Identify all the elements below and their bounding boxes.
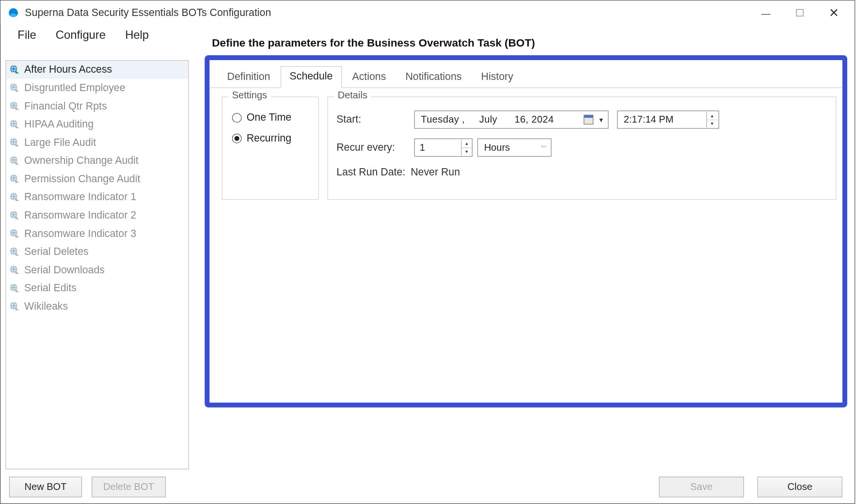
menu-help[interactable]: Help [117,27,158,43]
radio-icon [232,134,242,143]
bot-list-item-label: Ransomware Indicator 1 [24,191,136,204]
bot-list-item-label: Serial Deletes [24,246,89,258]
close-button[interactable]: Close [757,477,842,498]
settings-legend: Settings [228,90,270,101]
bot-list-item-label: Disgruntled Employee [24,82,125,94]
app-logo-icon [7,6,20,20]
bot-list-item[interactable]: Ransomware Indicator 1 [6,188,189,206]
bot-list-item-label: Serial Edits [24,283,77,295]
chevron-down-icon: ﹀ [541,143,547,152]
radio-one-time-label: One Time [247,112,291,124]
recur-spinner[interactable]: ▲▼ [461,140,472,156]
bot-list-item[interactable]: Disgruntled Employee [6,79,189,97]
bot-list-item-label: HIPAA Auditing [24,118,94,130]
globe-arrow-icon [9,118,21,130]
lastrun-label: Last Run Date: [336,166,405,178]
globe-arrow-icon [9,155,21,167]
bot-list-item[interactable]: Large File Audit [6,134,189,152]
radio-recurring[interactable]: Recurring [232,132,310,144]
time-spinner[interactable]: ▲▼ [706,112,717,128]
bot-list-item[interactable]: Ransomware Indicator 3 [6,225,189,243]
globe-arrow-icon [9,137,21,149]
chevron-down-icon: ▼ [598,116,604,123]
globe-arrow-icon [9,191,21,204]
start-time-value: 2:17:14 PM [624,114,674,126]
start-date-value: Tuesday , July 16, 2024 [421,114,554,126]
bot-list-item-label: Ownership Change Audit [24,155,139,167]
minimize-button[interactable]: — [749,1,783,25]
close-window-button[interactable]: ✕ [817,1,851,25]
bot-list-item-label: Ransomware Indicator 2 [24,209,136,221]
radio-one-time[interactable]: One Time [232,112,310,124]
globe-arrow-icon [9,173,21,185]
schedule-panel-highlight: Definition Schedule Actions Notification… [205,55,847,408]
bot-list-item[interactable]: Ownership Change Audit [6,152,189,170]
window-title: Superna Data Security Essentials BOTs Co… [25,7,271,19]
bot-list[interactable]: After Hours AccessDisgruntled EmployeeFi… [5,60,189,470]
recur-unit-value: Hours [484,142,510,153]
tab-notifications[interactable]: Notifications [396,67,471,88]
recur-value: 1 [420,142,425,153]
delete-bot-label: Delete BOT [103,482,154,493]
bot-list-item-label: Ransomware Indicator 3 [24,228,136,240]
bot-list-item[interactable]: Serial Downloads [6,261,189,280]
details-legend: Details [334,90,371,101]
bot-list-item[interactable]: Serial Deletes [6,243,189,261]
start-label: Start: [336,113,414,126]
menu-file[interactable]: File [9,27,45,43]
globe-arrow-icon [9,264,21,276]
bot-list-item[interactable]: Financial Qtr Rpts [6,97,189,115]
bot-list-item-label: Permission Change Audit [24,173,140,185]
calendar-icon [584,115,593,125]
delete-bot-button[interactable]: Delete BOT [92,477,165,498]
page-heading: Define the parameters for the Business O… [212,37,535,49]
new-bot-button[interactable]: New BOT [9,477,82,498]
tab-strip: Definition Schedule Actions Notification… [209,60,842,88]
bot-list-item-label: Financial Qtr Rpts [24,100,107,112]
tab-schedule[interactable]: Schedule [281,66,342,88]
bot-list-item[interactable]: After Hours Access [6,61,189,79]
details-group: Details Start: Tuesday , July 16, 2024 ▼… [327,96,836,200]
maximize-button[interactable] [783,1,817,25]
bot-list-item[interactable]: Serial Edits [6,279,189,298]
bot-list-item-label: Large File Audit [24,137,96,149]
bot-list-item[interactable]: Ransomware Indicator 2 [6,206,189,225]
lastrun-value: Never Run [411,166,460,178]
bot-list-item-label: Wikileaks [24,300,68,313]
bot-list-item-label: Serial Downloads [24,264,105,276]
globe-arrow-icon [9,246,21,258]
close-label: Close [788,482,812,493]
globe-arrow-icon [9,283,21,295]
globe-arrow-icon [9,300,21,313]
globe-arrow-icon [9,64,21,76]
start-date-picker[interactable]: Tuesday , July 16, 2024 ▼ [414,110,609,129]
bot-list-item[interactable]: Permission Change Audit [6,170,189,189]
radio-icon [232,113,242,123]
save-button[interactable]: Save [659,477,744,498]
globe-arrow-icon [9,228,21,240]
tab-actions[interactable]: Actions [343,67,395,88]
recur-unit-select[interactable]: Hours ﹀ [477,139,552,157]
settings-group: Settings One Time Recurring [222,96,318,200]
globe-arrow-icon [9,209,21,221]
new-bot-label: New BOT [25,482,67,493]
title-bar: Superna Data Security Essentials BOTs Co… [0,0,855,25]
globe-arrow-icon [9,100,21,112]
globe-arrow-icon [9,82,21,94]
save-label: Save [690,482,713,493]
radio-recurring-label: Recurring [247,132,291,144]
recur-value-input[interactable]: 1 ▲▼ [414,139,473,157]
menu-configure[interactable]: Configure [47,27,114,43]
bot-list-item[interactable]: Wikileaks [6,298,189,316]
recur-label: Recur every: [336,142,414,154]
bot-list-item[interactable]: HIPAA Auditing [6,115,189,134]
start-time-picker[interactable]: 2:17:14 PM ▲▼ [617,110,719,129]
tab-definition[interactable]: Definition [218,67,279,88]
bot-list-item-label: After Hours Access [24,64,112,76]
tab-history[interactable]: History [472,67,523,88]
